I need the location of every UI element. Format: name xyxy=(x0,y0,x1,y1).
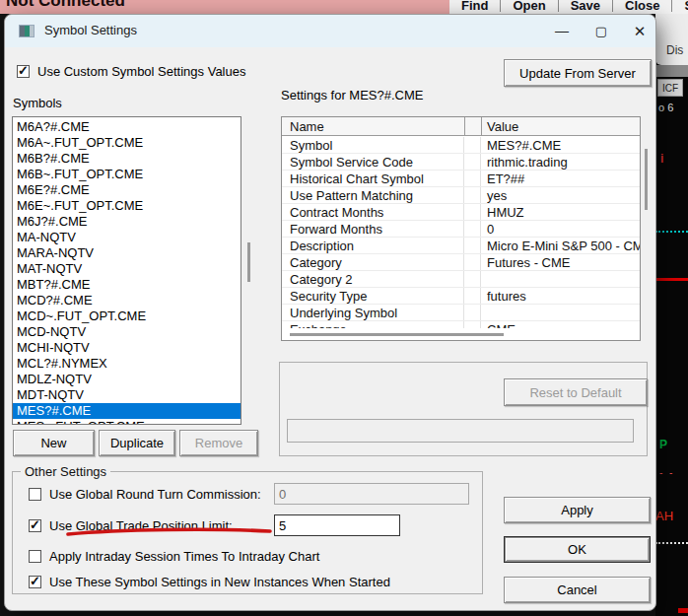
table-cell-value: rithmic.trading xyxy=(481,154,640,170)
chart-red-dashes: - - xyxy=(659,467,674,478)
trade-position-limit-checkbox[interactable] xyxy=(29,519,41,532)
ok-button[interactable]: OK xyxy=(504,536,651,563)
header-separator xyxy=(464,117,465,136)
symbol-list-item[interactable]: MDT-NQTV xyxy=(13,387,241,403)
symbol-list-item[interactable]: MCD?#.CME xyxy=(13,293,241,308)
screen: Not Connected FindOpenSaveCloseSrv Dis I… xyxy=(0,0,688,616)
table-row[interactable]: Category 2 xyxy=(282,271,640,288)
symbol-list-item[interactable]: M6J?#.CME xyxy=(13,214,241,230)
toolbar-button-find[interactable]: Find xyxy=(449,0,501,12)
background-toolbar: FindOpenSaveCloseSrv xyxy=(449,0,688,14)
use-custom-settings-label: Use Custom Symbol Settings Values xyxy=(37,64,245,79)
symbol-list-item[interactable]: M6B?#.CME xyxy=(13,151,241,167)
symbol-list-item[interactable]: M6E?#.CME xyxy=(13,182,241,198)
round-turn-commission-checkbox[interactable] xyxy=(29,488,41,501)
toolbar-button-srv[interactable]: Srv xyxy=(672,0,688,12)
use-custom-settings-checkbox[interactable] xyxy=(17,65,30,78)
table-cell-spacer xyxy=(464,321,481,328)
table-horizontal-scrollbar[interactable] xyxy=(290,333,504,336)
background-window-corner: Dis xyxy=(655,14,688,65)
settings-for-label: Settings for MES?#.CME xyxy=(281,88,424,103)
symbol-list-item[interactable]: MA-NQTV xyxy=(13,230,241,245)
settings-table-header[interactable]: Name Value xyxy=(282,117,640,136)
close-icon[interactable]: ✕ xyxy=(624,15,655,47)
table-cell-spacer xyxy=(464,137,481,153)
maximize-icon[interactable]: ▢ xyxy=(583,15,620,47)
table-row[interactable]: Forward Months0 xyxy=(282,221,640,238)
symbols-list[interactable]: M6A?#.CMEM6A~.FUT_OPT.CMEM6B?#.CMEM6B~.F… xyxy=(12,116,241,425)
table-row[interactable]: Historical Chart SymbolET?## xyxy=(282,171,640,187)
symbols-list-scrollbar[interactable] xyxy=(247,242,250,282)
table-cell-spacer xyxy=(464,305,481,320)
column-header-value[interactable]: Value xyxy=(487,119,518,134)
new-button[interactable]: New xyxy=(13,430,95,456)
table-cell-value: futures xyxy=(481,288,640,304)
minimize-icon[interactable]: — xyxy=(543,15,581,47)
table-cell-value: Micro E-Mini S&P 500 - CM xyxy=(481,238,640,253)
disconnect-button-fragment[interactable]: Dis xyxy=(666,43,683,57)
toolbar-button-save[interactable]: Save xyxy=(559,0,613,12)
symbol-list-item[interactable]: MAT-NQTV xyxy=(13,261,241,277)
trade-position-limit-input[interactable] xyxy=(274,514,400,536)
table-cell-value: 0 xyxy=(481,221,640,237)
new-instances-checkbox[interactable] xyxy=(29,576,41,588)
table-cell-spacer xyxy=(464,204,481,220)
intraday-session-checkbox[interactable] xyxy=(29,550,41,563)
dialog-titlebar[interactable]: Symbol Settings — ▢ ✕ xyxy=(5,15,655,47)
cancel-button[interactable]: Cancel xyxy=(504,577,651,603)
table-cell-name: Symbol xyxy=(282,137,464,153)
symbol-settings-dialog: Symbol Settings — ▢ ✕ Use Custom Symbol … xyxy=(4,14,656,611)
reset-info-field xyxy=(287,419,634,443)
symbol-list-item[interactable]: MES?#.CME xyxy=(13,403,241,419)
symbol-list-item[interactable]: M6A~.FUT_OPT.CME xyxy=(13,135,241,151)
symbol-list-item[interactable]: MCD~.FUT_OPT.CME xyxy=(13,308,241,324)
settings-table: Name Value SymbolMES?#.CMESymbol Service… xyxy=(281,116,641,341)
table-cell-name: Security Type xyxy=(282,288,464,304)
background-chart-strip: Dis ICF o 6 i P - - AH xyxy=(655,14,688,616)
app-icon-part xyxy=(30,26,34,36)
round-turn-commission-label: Use Global Round Turn Commission: xyxy=(49,487,261,502)
symbol-list-item[interactable]: M6A?#.CME xyxy=(13,119,241,135)
table-row[interactable]: Symbol Service Coderithmic.trading xyxy=(282,154,640,171)
update-from-server-button[interactable]: Update From Server xyxy=(504,59,652,87)
symbol-list-item[interactable]: MCL?#.NYMEX xyxy=(13,356,241,372)
chart-marker-i: i xyxy=(660,152,663,166)
symbol-list-item[interactable]: MCD-NQTV xyxy=(13,324,241,340)
table-row[interactable]: ExchangeCME xyxy=(282,321,640,328)
symbol-list-item[interactable]: MCHI-NQTV xyxy=(13,340,241,356)
table-cell-name: Symbol Service Code xyxy=(282,154,464,170)
duplicate-button[interactable]: Duplicate xyxy=(99,430,175,456)
round-turn-commission-input[interactable] xyxy=(274,483,469,505)
column-header-name[interactable]: Name xyxy=(290,119,324,134)
symbol-list-item[interactable]: M6B~.FUT_OPT.CME xyxy=(13,167,241,182)
remove-button: Remove xyxy=(179,430,258,456)
table-row[interactable]: Contract MonthsHMUZ xyxy=(282,204,640,221)
table-cell-spacer xyxy=(464,254,481,270)
symbol-list-item[interactable]: MBT?#.CME xyxy=(13,277,241,293)
table-row[interactable]: DescriptionMicro E-Mini S&P 500 - CM xyxy=(282,238,640,254)
toolbar-button-open[interactable]: Open xyxy=(501,0,558,12)
table-cell-name: Use Pattern Matching xyxy=(282,187,464,203)
table-vertical-scrollbar[interactable] xyxy=(645,149,648,210)
symbol-list-item[interactable]: M6E~.FUT_OPT.CME xyxy=(13,198,241,214)
table-row[interactable]: Underlying Symbol xyxy=(282,305,640,321)
toolbar-button-close[interactable]: Close xyxy=(613,0,672,12)
symbol-list-item[interactable]: MARA-NQTV xyxy=(13,245,241,261)
table-row[interactable]: Use Pattern Matchingyes xyxy=(282,187,640,204)
apply-button[interactable]: Apply xyxy=(504,497,651,523)
table-cell-value xyxy=(481,305,640,320)
dialog-title: Symbol Settings xyxy=(44,23,137,37)
table-row[interactable]: Security Typefutures xyxy=(282,288,640,305)
reset-to-default-button: Reset to Default xyxy=(504,378,648,406)
table-cell-spacer xyxy=(464,187,481,203)
symbol-list-item[interactable]: MDLZ-NQTV xyxy=(13,372,241,387)
table-row[interactable]: SymbolMES?#.CME xyxy=(282,137,640,154)
chart-price-text: o 6 xyxy=(658,102,673,113)
symbol-list-item[interactable]: MES~.FUT_OPT.CME xyxy=(13,419,241,425)
connection-status-text: Not Connected xyxy=(6,0,125,11)
table-row[interactable]: CategoryFutures - CME xyxy=(282,254,640,271)
table-cell-name: Historical Chart Symbol xyxy=(282,171,464,186)
table-cell-spacer xyxy=(464,154,481,170)
chart-tab-fragment[interactable]: ICF xyxy=(657,79,683,97)
table-cell-name: Forward Months xyxy=(282,221,464,237)
